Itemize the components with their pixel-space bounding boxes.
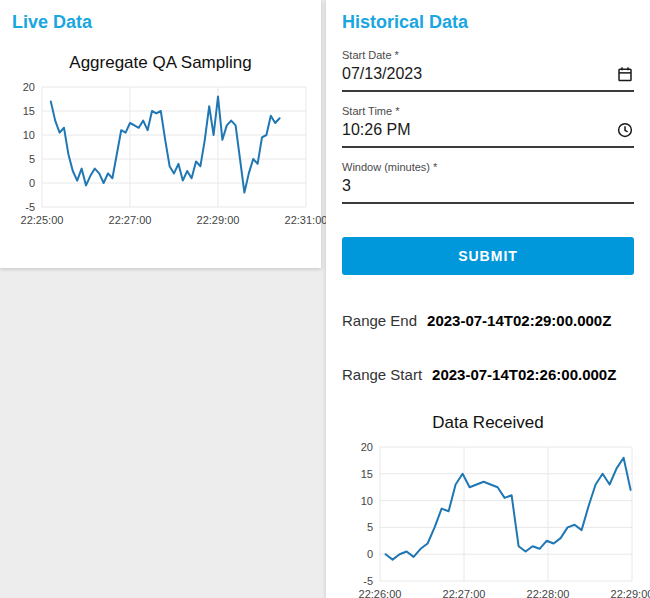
live-chart-plot: -50510152022:25:0022:27:0022:29:0022:31:… [2, 79, 320, 241]
data-received-chart-plot: -50510152022:26:0022:27:0022:28:0022:29:… [342, 439, 648, 598]
svg-text:-5: -5 [25, 201, 35, 213]
svg-text:22:29:00: 22:29:00 [197, 214, 240, 226]
app-root: Live Data Aggregate QA Sampling -5051015… [0, 0, 650, 598]
svg-text:10: 10 [361, 495, 373, 507]
range-start-value: 2023-07-14T02:26:00.000Z [432, 366, 616, 383]
historical-data-title: Historical Data [342, 12, 634, 33]
start-time-field: Start Time * [342, 105, 634, 148]
svg-text:-5: -5 [363, 575, 373, 587]
svg-text:0: 0 [367, 548, 373, 560]
historical-data-panel: Historical Data Start Date * Start Time … [326, 0, 650, 598]
range-end-value: 2023-07-14T02:29:00.000Z [427, 312, 611, 329]
calendar-icon[interactable] [616, 65, 634, 83]
live-data-panel: Live Data Aggregate QA Sampling -5051015… [0, 0, 321, 598]
svg-text:22:27:00: 22:27:00 [443, 588, 486, 598]
live-chart: Aggregate QA Sampling -50510152022:25:00… [2, 53, 319, 241]
live-data-title: Live Data [2, 12, 319, 33]
svg-text:15: 15 [361, 468, 373, 480]
live-data-card: Live Data Aggregate QA Sampling -5051015… [0, 0, 321, 268]
submit-button[interactable]: SUBMIT [342, 237, 634, 275]
svg-text:10: 10 [23, 129, 35, 141]
start-time-input-row [342, 119, 634, 148]
svg-text:20: 20 [361, 441, 373, 453]
svg-text:0: 0 [29, 177, 35, 189]
svg-text:22:27:00: 22:27:00 [109, 214, 152, 226]
svg-text:22:26:00: 22:26:00 [359, 588, 402, 598]
start-date-input[interactable] [342, 63, 616, 85]
start-date-label: Start Date * [342, 49, 634, 61]
data-received-chart-title: Data Received [342, 413, 634, 433]
svg-text:15: 15 [23, 105, 35, 117]
svg-text:22:29:00: 22:29:00 [611, 588, 650, 598]
start-date-field: Start Date * [342, 49, 634, 92]
range-start-row: Range Start 2023-07-14T02:26:00.000Z [342, 366, 634, 383]
range-end-label: Range End [342, 312, 417, 329]
clock-icon[interactable] [616, 121, 634, 139]
live-chart-title: Aggregate QA Sampling [2, 53, 319, 73]
svg-text:22:25:00: 22:25:00 [21, 214, 64, 226]
range-start-label: Range Start [342, 366, 422, 383]
start-time-label: Start Time * [342, 105, 634, 117]
start-date-input-row [342, 63, 634, 92]
svg-text:22:28:00: 22:28:00 [527, 588, 570, 598]
data-received-chart: Data Received -50510152022:26:0022:27:00… [342, 413, 634, 598]
svg-text:22:31:00: 22:31:00 [285, 214, 328, 226]
svg-text:5: 5 [29, 153, 35, 165]
window-minutes-input-row [342, 175, 634, 204]
svg-text:5: 5 [367, 521, 373, 533]
start-time-input[interactable] [342, 119, 616, 141]
window-minutes-field: Window (minutes) * [342, 161, 634, 204]
range-end-row: Range End 2023-07-14T02:29:00.000Z [342, 312, 634, 329]
window-minutes-input[interactable] [342, 175, 634, 197]
window-minutes-label: Window (minutes) * [342, 161, 634, 173]
svg-text:20: 20 [23, 81, 35, 93]
